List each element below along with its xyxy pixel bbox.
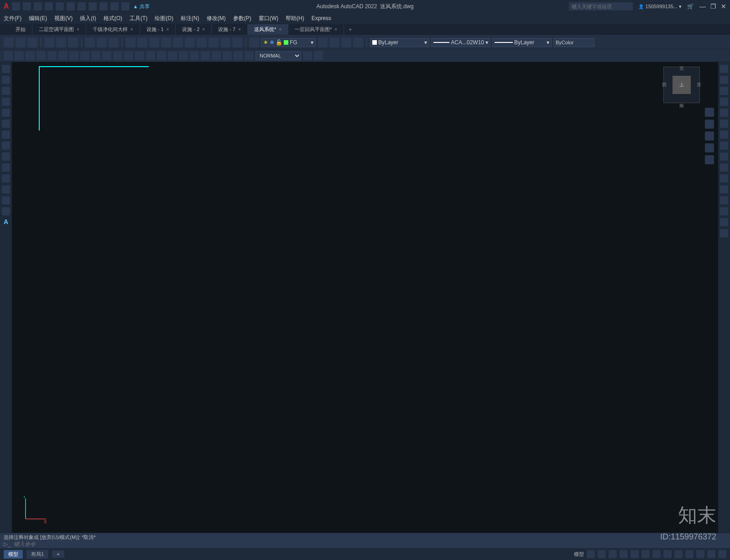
- line-icon[interactable]: [4, 51, 13, 60]
- tool-icon[interactable]: [179, 51, 188, 60]
- polar-icon[interactable]: [620, 550, 628, 558]
- xline-icon[interactable]: [2, 76, 10, 84]
- tool-icon[interactable]: [125, 37, 136, 47]
- menu-file[interactable]: 文件(F): [4, 15, 21, 22]
- tool-icon[interactable]: [124, 51, 133, 60]
- grid-icon[interactable]: [587, 550, 595, 558]
- qat-icon[interactable]: [110, 2, 119, 10]
- qat-icon[interactable]: [67, 2, 75, 10]
- file-tab[interactable]: 设施 - 1×: [140, 24, 176, 35]
- tool-icon[interactable]: [173, 37, 183, 47]
- open-icon[interactable]: [16, 37, 26, 47]
- arc-icon[interactable]: [2, 120, 10, 128]
- model-tab[interactable]: 模型: [4, 550, 23, 559]
- restore-button[interactable]: ❐: [710, 3, 716, 10]
- array-icon[interactable]: [720, 109, 728, 117]
- menu-edit[interactable]: 编辑(E): [29, 15, 47, 22]
- qat-icon[interactable]: [45, 2, 53, 10]
- extend-icon[interactable]: [720, 174, 728, 183]
- lwt-icon[interactable]: [652, 550, 661, 558]
- scale-icon[interactable]: [720, 141, 728, 150]
- file-tab[interactable]: 二层空调平面图×: [32, 24, 86, 35]
- cut-icon[interactable]: [85, 37, 95, 47]
- rect-icon[interactable]: [2, 109, 10, 117]
- ellipse-icon[interactable]: [2, 152, 10, 161]
- layer-tool-icon[interactable]: [341, 37, 351, 47]
- share-button[interactable]: ▲ 共享: [133, 3, 150, 10]
- tool-icon[interactable]: [190, 51, 199, 60]
- command-line[interactable]: 选择注释对象或 [放弃(U)/模式(M)]: *取消* ▷_: [0, 533, 730, 548]
- snap-icon[interactable]: [598, 550, 606, 558]
- tool-icon[interactable]: [209, 37, 219, 47]
- tool-icon[interactable]: [80, 51, 89, 60]
- arc-icon[interactable]: [36, 51, 46, 60]
- region-icon[interactable]: [2, 196, 10, 204]
- qat-icon[interactable]: [34, 2, 42, 10]
- tool-icon[interactable]: [223, 51, 232, 60]
- otrack-icon[interactable]: [641, 550, 650, 558]
- command-input[interactable]: [14, 541, 726, 547]
- tool-icon[interactable]: [137, 37, 147, 47]
- qat-icon[interactable]: [121, 2, 130, 10]
- qat-icon[interactable]: [56, 2, 64, 10]
- explode-icon[interactable]: [720, 229, 728, 237]
- lineweight-dropdown[interactable]: ByLayer▾: [492, 38, 552, 47]
- tool-icon[interactable]: [146, 51, 155, 60]
- menu-tools[interactable]: 工具(T): [130, 15, 147, 22]
- layer-dropdown[interactable]: ☀❄🔓 FG▾: [261, 38, 316, 47]
- file-tab[interactable]: 送风系统*×: [248, 24, 288, 35]
- print-icon[interactable]: [44, 37, 54, 47]
- move-icon[interactable]: [720, 120, 728, 128]
- menu-help[interactable]: 帮助(H): [286, 15, 304, 22]
- mirror-icon[interactable]: [720, 87, 728, 95]
- help-search-input[interactable]: [569, 2, 633, 10]
- nav-icon[interactable]: [705, 155, 714, 164]
- menu-dimension[interactable]: 标注(N): [181, 15, 199, 22]
- file-tab[interactable]: 开始: [9, 24, 32, 35]
- menu-window[interactable]: 窗口(W): [259, 15, 278, 22]
- tool-icon[interactable]: [314, 51, 323, 60]
- menu-insert[interactable]: 插入(I): [80, 15, 96, 22]
- table-icon[interactable]: [2, 207, 10, 215]
- plotstyle-dropdown[interactable]: [553, 38, 594, 47]
- file-tab[interactable]: 设施 - 2×: [176, 24, 212, 35]
- file-tab[interactable]: 千级净化间大样×: [86, 24, 140, 35]
- tool-icon[interactable]: [91, 51, 100, 60]
- tool-icon[interactable]: [58, 51, 68, 60]
- point-icon[interactable]: [2, 174, 10, 183]
- trim-icon[interactable]: [720, 163, 728, 172]
- spline-icon[interactable]: [2, 141, 10, 150]
- add-layout-button[interactable]: +: [52, 550, 64, 558]
- tool-icon[interactable]: [185, 37, 195, 47]
- nav-icon[interactable]: [705, 108, 714, 117]
- workspace-icon[interactable]: [696, 550, 704, 558]
- close-icon[interactable]: ×: [238, 27, 241, 32]
- full-icon[interactable]: [707, 550, 715, 558]
- tool-icon[interactable]: [168, 51, 177, 60]
- qat-icon[interactable]: [23, 2, 31, 10]
- close-icon[interactable]: ×: [334, 27, 337, 32]
- save-icon[interactable]: [27, 37, 37, 47]
- paste-icon[interactable]: [109, 37, 119, 47]
- tool-icon[interactable]: [157, 51, 166, 60]
- cycling-icon[interactable]: [674, 550, 683, 558]
- offset-icon[interactable]: [720, 98, 728, 106]
- tool-icon[interactable]: [303, 51, 312, 60]
- tool-icon[interactable]: [201, 51, 210, 60]
- new-tab-button[interactable]: +: [344, 26, 356, 33]
- user-menu[interactable]: 1505999135... ▾: [638, 4, 682, 10]
- view-cube[interactable]: 西 上 东: [663, 67, 700, 103]
- close-button[interactable]: ✕: [721, 3, 726, 10]
- polygon-icon[interactable]: [2, 98, 10, 106]
- layer-icon[interactable]: [249, 37, 259, 47]
- ortho-icon[interactable]: [609, 550, 617, 558]
- line-icon[interactable]: [2, 65, 10, 73]
- menu-format[interactable]: 格式(O): [104, 15, 122, 22]
- transparency-icon[interactable]: [663, 550, 672, 558]
- minimize-button[interactable]: —: [699, 3, 706, 10]
- fillet-icon[interactable]: [720, 218, 728, 226]
- menu-draw[interactable]: 绘图(D): [155, 15, 173, 22]
- tool-icon[interactable]: [197, 37, 207, 47]
- tool-icon[interactable]: [220, 37, 230, 47]
- tool-icon[interactable]: [135, 51, 144, 60]
